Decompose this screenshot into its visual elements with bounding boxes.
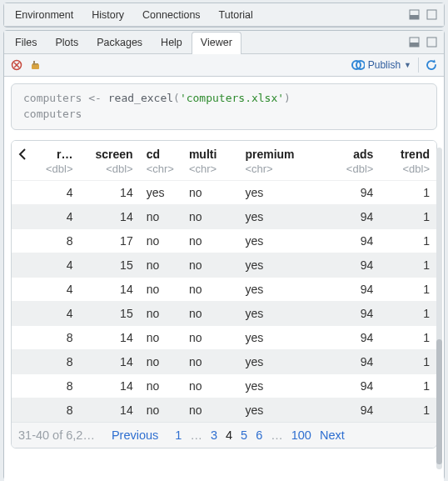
col-r-type: <dbl> [40, 163, 73, 175]
cell: no [182, 204, 239, 228]
pager-page-current: 4 [226, 428, 232, 442]
col-ads-label: ads [353, 148, 373, 161]
caret-down-icon: ▼ [404, 61, 411, 69]
tab-connections[interactable]: Connections [133, 4, 210, 27]
svg-rect-1 [410, 15, 419, 19]
cell: yes [140, 180, 182, 204]
pager-page[interactable]: 6 [256, 428, 262, 442]
scroll-left-icon[interactable] [12, 141, 33, 181]
col-multi[interactable]: multi <chr> [182, 141, 239, 181]
cell: 15 [79, 301, 139, 325]
cell: 1 [380, 228, 436, 253]
pager-page[interactable]: 5 [241, 428, 247, 442]
cell: 1 [380, 373, 436, 398]
col-premium-type: <chr> [245, 163, 319, 175]
tab-plots[interactable]: Plots [46, 32, 87, 54]
svg-rect-5 [427, 38, 436, 47]
col-r[interactable]: r… <dbl> [33, 141, 80, 181]
table-row: 414nonoyes941 [12, 277, 436, 301]
pager-ellipsis: … [190, 428, 202, 442]
cell: no [182, 325, 239, 349]
code-assign: <- [88, 92, 107, 104]
cell: 14 [79, 277, 139, 301]
cell: 4 [33, 180, 80, 204]
tab-history[interactable]: History [82, 4, 133, 27]
tab-viewer[interactable]: Viewer [192, 32, 241, 54]
svg-rect-4 [410, 43, 419, 47]
pager-page[interactable]: 1 [175, 428, 182, 442]
table-row: 415nonoyes941 [12, 253, 436, 277]
cell: no [182, 398, 239, 422]
scrollbar-vertical[interactable] [436, 148, 442, 469]
publish-button[interactable]: Publish ▼ [350, 58, 413, 72]
col-multi-label: multi [189, 148, 217, 161]
col-cd[interactable]: cd <chr> [140, 141, 182, 181]
col-screen-type: <dbl> [86, 163, 132, 175]
col-ads[interactable]: ads <dbl> [326, 141, 380, 181]
row-gutter [12, 301, 33, 325]
col-premium[interactable]: premium <chr> [238, 141, 326, 181]
tab-help[interactable]: Help [152, 32, 192, 54]
svg-rect-9 [32, 64, 39, 69]
cell: yes [238, 277, 326, 301]
pager-ellipsis: … [271, 428, 283, 442]
cell: 1 [380, 277, 436, 301]
cell: 14 [79, 180, 139, 204]
row-gutter [12, 180, 33, 204]
cell: 4 [33, 301, 80, 325]
table-row: 814nonoyes941 [12, 325, 436, 349]
cell: 4 [33, 204, 80, 228]
pager-previous[interactable]: Previous [112, 428, 158, 442]
cell: 8 [33, 398, 80, 422]
maximize-pane-icon[interactable] [426, 37, 437, 48]
cell: no [140, 398, 182, 422]
cell: no [182, 301, 239, 325]
col-screen-label: screen [96, 148, 133, 161]
minimize-pane-icon[interactable] [409, 9, 420, 20]
table-row: 414nonoyes941 [12, 204, 436, 228]
tab-files[interactable]: Files [6, 32, 46, 54]
cell: 14 [79, 204, 139, 228]
table-row: 814nonoyes941 [12, 349, 436, 373]
refresh-viewer-icon[interactable] [424, 58, 439, 73]
cell: 17 [79, 228, 139, 253]
viewer-toolbar: Publish ▼ [4, 54, 444, 77]
minimize-pane-icon[interactable] [409, 37, 420, 48]
col-trend[interactable]: trend <dbl> [380, 141, 436, 181]
col-trend-type: <dbl> [386, 163, 430, 175]
row-gutter [12, 204, 33, 228]
scrollbar-thumb[interactable] [436, 339, 442, 464]
cell: no [182, 180, 239, 204]
cell: 14 [79, 373, 139, 398]
table-row: 414yesnoyes941 [12, 180, 436, 204]
tab-packages[interactable]: Packages [87, 32, 152, 54]
cell: 94 [326, 228, 380, 253]
cell: yes [238, 398, 326, 422]
tab-tutorial[interactable]: Tutorial [210, 4, 262, 27]
cell: 1 [380, 325, 436, 349]
row-gutter [12, 277, 33, 301]
cell: 94 [326, 301, 380, 325]
table-row: 817nonoyes941 [12, 228, 436, 253]
row-gutter [12, 349, 33, 373]
tab-environment[interactable]: Environment [6, 4, 82, 27]
pager-page[interactable]: 3 [211, 428, 217, 442]
code-paren-open: ( [173, 92, 180, 104]
cell: 94 [326, 373, 380, 398]
clear-viewer-icon[interactable] [29, 58, 44, 73]
col-cd-label: cd [147, 148, 160, 161]
col-screen[interactable]: screen <dbl> [79, 141, 139, 181]
cell: no [140, 253, 182, 277]
pane-environment-group: Environment History Connections Tutorial [3, 3, 445, 28]
table-row: 814nonoyes941 [12, 398, 436, 422]
remove-viewer-item-icon[interactable] [9, 58, 24, 73]
pager-page[interactable]: 100 [291, 428, 311, 442]
cell: yes [238, 204, 326, 228]
cell: yes [238, 349, 326, 373]
table-row: 814nonoyes941 [12, 373, 436, 398]
pager-next[interactable]: Next [320, 428, 345, 442]
row-gutter [12, 253, 33, 277]
maximize-pane-icon[interactable] [426, 9, 437, 20]
cell: no [140, 373, 182, 398]
svg-rect-2 [427, 10, 436, 19]
